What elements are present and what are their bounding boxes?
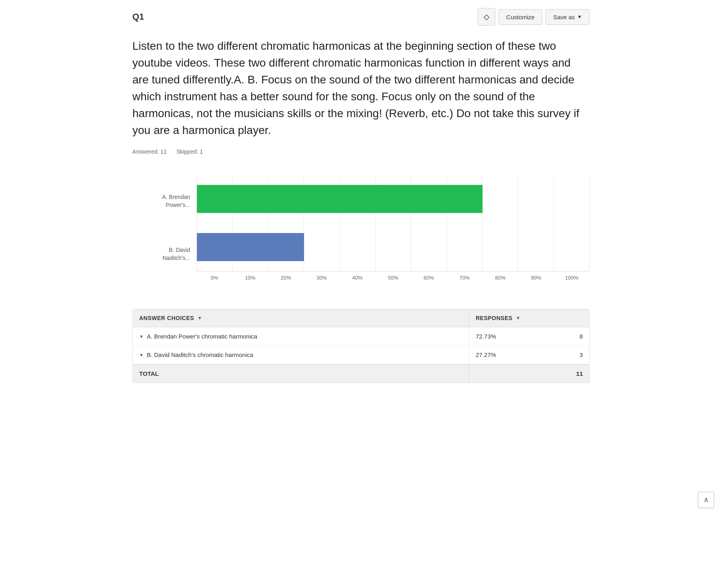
x-label-20: 20% [268, 275, 304, 281]
customize-button[interactable]: Customize [499, 9, 542, 25]
x-label-10: 10% [232, 275, 268, 281]
x-label-70: 70% [447, 275, 483, 281]
bar-row-a [197, 175, 590, 223]
answered-label: Answered: [132, 148, 159, 155]
answer-table: ANSWER CHOICES ▼ RESPONSES ▼ ▼ A. Brenda… [132, 309, 590, 383]
question-id: Q1 [132, 12, 144, 22]
bar-b [197, 233, 304, 261]
pin-button[interactable]: ◇ [478, 8, 495, 26]
response-a-pct: 72.73% [476, 333, 496, 340]
choice-b-label: B. David Naditch's chromatic harmonica [147, 351, 253, 358]
table-row: ▼ B. David Naditch's chromatic harmonica… [133, 346, 589, 364]
x-label-60: 60% [411, 275, 447, 281]
header-actions: ◇ Customize Save as ▼ [478, 8, 590, 26]
bar-row-b [197, 223, 590, 271]
skipped-label: Skipped: [176, 148, 198, 155]
choice-a-label: A. Brendan Power's chromatic harmonica [147, 333, 258, 340]
chart-body: 0% 10% 20% 30% 40% 50% 60% 70% 80% 90% 1… [197, 175, 590, 281]
x-label-100: 100% [554, 275, 590, 281]
response-b-pct: 27.27% [476, 351, 496, 358]
response-a-count: 8 [580, 333, 583, 340]
x-label-40: 40% [339, 275, 375, 281]
th-responses: RESPONSES ▼ [469, 309, 589, 327]
td-choice-a: ▼ A. Brendan Power's chromatic harmonica [133, 327, 469, 345]
x-label-50: 50% [375, 275, 411, 281]
x-label-30: 30% [304, 275, 339, 281]
response-b-count: 3 [580, 351, 583, 358]
chart-container: A. BrendanPower's... B. DavidNaditch's..… [132, 167, 590, 289]
chart-bars-area [197, 175, 590, 272]
bar-a-label: A. BrendanPower's... [132, 189, 190, 213]
td-response-b: 27.27% 3 [469, 346, 589, 364]
skipped-value: 1 [200, 148, 203, 155]
footer-label: TOTAL [133, 365, 469, 383]
bar-b-label: B. DavidNaditch's... [132, 242, 190, 266]
saveas-button[interactable]: Save as ▼ [546, 9, 590, 25]
answered-stat: Answered: 11 [132, 148, 167, 155]
table-header: ANSWER CHOICES ▼ RESPONSES ▼ [133, 309, 589, 327]
choices-sort-icon[interactable]: ▼ [197, 315, 202, 321]
pin-icon: ◇ [484, 12, 489, 21]
table-row: ▼ A. Brendan Power's chromatic harmonica… [133, 327, 589, 346]
page-header: Q1 ◇ Customize Save as ▼ [132, 8, 590, 26]
footer-value: 11 [469, 365, 589, 383]
th-choices-label: ANSWER CHOICES [139, 315, 194, 321]
th-choices: ANSWER CHOICES ▼ [133, 309, 469, 327]
td-response-a: 72.73% 8 [469, 327, 589, 345]
th-responses-label: RESPONSES [476, 315, 513, 321]
x-label-0: 0% [197, 275, 232, 281]
stats-row: Answered: 11 Skipped: 1 [132, 148, 590, 155]
skipped-stat: Skipped: 1 [176, 148, 203, 155]
x-label-90: 90% [518, 275, 554, 281]
saveas-label: Save as [553, 14, 575, 20]
row-b-dropdown[interactable]: ▼ [139, 353, 144, 357]
question-text: Listen to the two different chromatic ha… [132, 38, 590, 139]
table-footer: TOTAL 11 [133, 364, 589, 383]
row-a-dropdown[interactable]: ▼ [139, 334, 144, 339]
chart-y-labels: A. BrendanPower's... B. DavidNaditch's..… [132, 175, 197, 281]
chevron-down-icon: ▼ [577, 14, 582, 20]
x-label-80: 80% [483, 275, 518, 281]
td-choice-b: ▼ B. David Naditch's chromatic harmonica [133, 346, 469, 364]
responses-sort-icon[interactable]: ▼ [516, 315, 521, 321]
answered-value: 11 [160, 148, 167, 155]
bar-a [197, 185, 483, 213]
x-axis-labels: 0% 10% 20% 30% 40% 50% 60% 70% 80% 90% 1… [197, 275, 590, 281]
